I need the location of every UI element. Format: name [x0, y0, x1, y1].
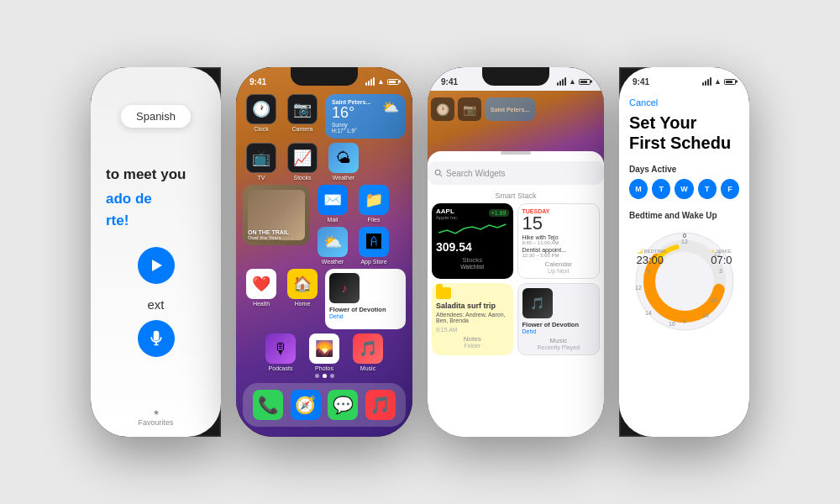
- camera-app[interactable]: 📷 Camera: [284, 94, 321, 132]
- search-icon: [434, 169, 443, 177]
- stocks-watchlist: Watchlist: [436, 264, 509, 270]
- files-app[interactable]: 📁 Files: [355, 185, 392, 223]
- music-widget[interactable]: ♪ Flower of Devotion Dehd: [325, 269, 406, 329]
- weather-temp: 16°: [332, 105, 370, 120]
- appstore-label: App Store: [360, 259, 386, 265]
- day-T2[interactable]: T: [698, 179, 717, 199]
- weather-widget[interactable]: Saint Peters... 16° ⛅ Sunny H:17° L:9°: [325, 94, 406, 139]
- svg-text:0: 0: [683, 233, 686, 239]
- safari-dock-icon[interactable]: 🧭: [291, 390, 321, 420]
- notes-widget[interactable]: Saladita surf trip Attendees: Andrew, Aa…: [432, 283, 513, 355]
- svg-text:12: 12: [635, 285, 642, 291]
- music-dock-icon[interactable]: 🎵: [365, 390, 396, 420]
- widgets-row-1: AAPL Apple Inc. +1.89 309.54 Stocks Watc…: [428, 203, 604, 279]
- bedtime-time: 23:00: [637, 254, 667, 266]
- weather-label: Weather: [333, 175, 354, 181]
- weather-app2[interactable]: ⛅ Weather: [314, 227, 351, 265]
- time-display: 9:41: [249, 77, 266, 87]
- day-M[interactable]: M: [629, 179, 648, 199]
- wifi-icon3: ▲: [569, 77, 576, 86]
- stocks-chart: [436, 220, 509, 237]
- signal-icon4: [702, 77, 711, 86]
- podcasts-app[interactable]: 🎙 Podcasts: [262, 333, 299, 371]
- weather-conditions: Sunny H:17° L:9°: [332, 122, 399, 134]
- svg-line-1: [439, 174, 442, 176]
- time-display3: 9:41: [441, 77, 458, 87]
- tv-app[interactable]: 📺 TV: [243, 143, 280, 181]
- photo-widget-title: ON THE TRAIL Over the Years: [248, 229, 289, 240]
- smart-stack-label: Smart Stack: [428, 192, 604, 200]
- sleep-clock[interactable]: 12 3 6 9 22 0 20 18 16 14 12: [630, 227, 739, 336]
- appstore-app[interactable]: 🅰 App Store: [355, 227, 392, 265]
- notch3: [482, 67, 549, 86]
- mail-app[interactable]: ✉️ Mail: [314, 185, 351, 223]
- music-widget-artist: Dehd: [522, 328, 596, 334]
- svg-text:12: 12: [681, 239, 688, 244]
- stocks-symbol: AAPL: [436, 207, 459, 215]
- search-bar[interactable]: Search Widgets: [428, 161, 604, 185]
- notes-content: Attendees: Andrew, Aaron, Ben, Brenda: [436, 312, 509, 323]
- notes-time: 9:15 AM: [436, 327, 509, 333]
- stocks-change: +1.89: [489, 209, 509, 217]
- day-T1[interactable]: T: [652, 179, 670, 199]
- notes-title: Saladita surf trip: [436, 302, 509, 310]
- files-label: Files: [368, 217, 381, 223]
- favourites-bar: ★ Favourites: [91, 408, 221, 427]
- phone2-wrapper: 9:41 ▲ 🕐 Clock: [236, 17, 412, 487]
- clock-svg: 12 3 6 9 22 0 20 18 16 14 12: [630, 227, 739, 336]
- svg-text:14: 14: [645, 310, 652, 316]
- stocks-label: Stocks: [293, 175, 311, 181]
- phone2-screen: 9:41 ▲ 🕐 Clock: [236, 67, 412, 437]
- svg-text:16: 16: [669, 321, 675, 327]
- camera-label: Camera: [292, 126, 313, 132]
- app-row-1: 🕐 Clock 📷 Camera Saint: [239, 94, 409, 139]
- music-app[interactable]: 🎵 Music: [349, 333, 386, 371]
- cancel-button[interactable]: Cancel: [629, 97, 739, 108]
- time-display4: 9:41: [633, 77, 649, 87]
- mail-files-row: ✉️ Mail 📁 Files: [314, 185, 392, 223]
- messages-dock-icon[interactable]: 💬: [328, 390, 358, 420]
- wifi-icon: ▲: [377, 77, 385, 86]
- signal-icon3: [557, 77, 566, 86]
- day-W[interactable]: W: [675, 179, 693, 199]
- day-F[interactable]: F: [721, 179, 739, 199]
- svg-text:18: 18: [702, 312, 709, 318]
- calendar-widget[interactable]: TUESDAY 15 Hike with Tejo 9:45 – 11:00 A…: [517, 203, 601, 279]
- photos-widget[interactable]: ON THE TRAIL Over the Years: [243, 185, 310, 245]
- health-app[interactable]: ❤️ Health: [243, 269, 280, 329]
- siri-blue-text1: ado de: [99, 190, 213, 208]
- phone-dock-icon[interactable]: 📞: [253, 390, 283, 420]
- language-selector[interactable]: Spanish: [121, 105, 191, 128]
- wakeup-indicator: ☀ WAKE 07:0: [711, 248, 732, 266]
- dot2: [323, 374, 327, 378]
- page-dots: [236, 374, 412, 378]
- notch: [291, 67, 358, 86]
- widgets-row-2: Saladita surf trip Attendees: Andrew, Aa…: [428, 283, 604, 355]
- svg-point-0: [435, 170, 440, 175]
- phone4-wrapper: 9:41 ▲ Cancel Set Your First Schedu Days…: [619, 17, 749, 487]
- cal-upnext: Up Next: [522, 268, 596, 274]
- stocks-widget[interactable]: AAPL Apple Inc. +1.89 309.54 Stocks Watc…: [432, 203, 513, 279]
- dot3: [330, 374, 334, 378]
- siri-blue-text2: rte!: [99, 212, 213, 230]
- home-app[interactable]: 🏠 Home: [284, 269, 321, 329]
- stocks-app[interactable]: 📈 Stocks: [284, 143, 321, 181]
- favourites-label: Favourites: [138, 418, 173, 427]
- mic-button[interactable]: [138, 320, 175, 357]
- phone1-wrapper: Spanish to meet you ado de rte! ext ★ Fa…: [91, 17, 221, 487]
- svg-text:6: 6: [683, 318, 686, 324]
- sheet-handle: [501, 151, 531, 155]
- weather-app[interactable]: 🌤 Weather: [325, 143, 362, 181]
- music-small-widget[interactable]: 🎵 Flower of Devotion Dehd Music Recently…: [517, 283, 601, 355]
- play-button[interactable]: [138, 247, 175, 284]
- battery-icon4: [724, 79, 736, 85]
- svg-text:20: 20: [711, 297, 717, 303]
- cal-event2-time: 12:30 – 5:00 PM: [522, 253, 596, 258]
- battery-icon: [387, 79, 399, 85]
- tv-label: TV: [258, 175, 265, 181]
- clock-app[interactable]: 🕐 Clock: [243, 94, 280, 132]
- phone4: 9:41 ▲ Cancel Set Your First Schedu Days…: [619, 67, 749, 437]
- app-row-2: 📺 TV 📈 Stocks 🌤 Weather: [239, 143, 409, 181]
- title-line1: Set Your: [629, 113, 696, 132]
- photos-app[interactable]: 🌄 Photos: [306, 333, 343, 371]
